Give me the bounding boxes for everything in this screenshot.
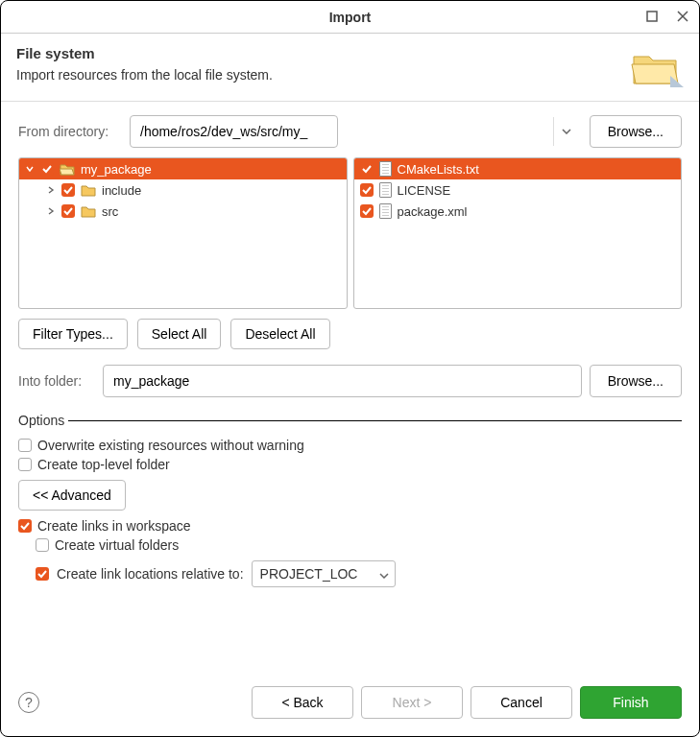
tree-root-item[interactable]: my_package xyxy=(19,158,347,179)
maximize-icon[interactable] xyxy=(643,8,661,25)
resource-panes: my_package include xyxy=(18,157,682,309)
tree-item-label: include xyxy=(102,183,141,198)
file-icon xyxy=(379,161,392,177)
checkbox-icon[interactable] xyxy=(36,538,49,552)
file-list-pane[interactable]: CMakeLists.txt LICENSE package.xml xyxy=(353,157,683,309)
advanced-toggle-button[interactable]: << Advanced xyxy=(18,480,126,511)
folder-tree-pane[interactable]: my_package include xyxy=(18,157,348,309)
options-group: Options Overwrite existing resources wit… xyxy=(18,413,682,589)
file-item-label: package.xml xyxy=(398,204,468,219)
checkbox-icon[interactable] xyxy=(18,439,32,452)
help-icon[interactable]: ? xyxy=(18,692,39,713)
selection-buttons: Filter Types... Select All Deselect All xyxy=(18,319,682,349)
folder-open-icon xyxy=(60,162,75,176)
file-icon xyxy=(379,182,392,198)
checkbox-icon[interactable] xyxy=(360,183,374,197)
file-item-label: CMakeLists.txt xyxy=(398,162,479,177)
options-legend: Options xyxy=(18,413,68,428)
deselect-all-button[interactable]: Deselect All xyxy=(230,319,329,349)
window-title: Import xyxy=(329,10,372,25)
checkbox-icon[interactable] xyxy=(18,458,32,471)
into-folder-label: Into folder: xyxy=(18,373,95,389)
window-controls xyxy=(643,8,691,25)
folder-icon xyxy=(81,183,96,197)
tree-item-label: my_package xyxy=(81,162,152,177)
option-label: Create top-level folder xyxy=(37,457,170,472)
checkbox-icon[interactable] xyxy=(360,162,374,176)
checkbox-icon[interactable] xyxy=(360,204,374,218)
wizard-body: From directory: Browse... xyxy=(1,102,699,673)
next-button: Next > xyxy=(361,686,463,719)
from-directory-label: From directory: xyxy=(18,124,122,139)
checkbox-icon[interactable] xyxy=(61,204,75,218)
import-window: Import File system Import resources from… xyxy=(0,0,700,737)
chevron-right-icon[interactable] xyxy=(46,185,56,195)
create-links-option[interactable]: Create links in workspace xyxy=(18,516,682,535)
into-folder-row: Into folder: Browse... xyxy=(18,365,682,397)
wizard-header: File system Import resources from the lo… xyxy=(1,34,699,102)
checkbox-icon[interactable] xyxy=(40,162,54,176)
checkbox-icon[interactable] xyxy=(18,519,32,533)
close-icon[interactable] xyxy=(674,8,691,25)
overwrite-option[interactable]: Overwrite existing resources without war… xyxy=(18,436,682,455)
create-virtual-option[interactable]: Create virtual folders xyxy=(18,535,682,555)
folder-illustration-icon xyxy=(630,45,684,87)
file-item-label: LICENSE xyxy=(398,183,451,198)
titlebar: Import xyxy=(1,1,699,34)
into-folder-input[interactable] xyxy=(103,365,582,397)
chevron-down-icon[interactable] xyxy=(25,164,35,174)
option-label: Create link locations relative to: xyxy=(57,566,244,582)
back-button[interactable]: < Back xyxy=(252,686,353,719)
finish-button[interactable]: Finish xyxy=(580,686,682,719)
file-list-item[interactable]: LICENSE xyxy=(354,179,682,201)
xml-file-icon xyxy=(379,203,392,219)
from-directory-input[interactable] xyxy=(130,115,338,148)
file-list-item[interactable]: CMakeLists.txt xyxy=(354,158,682,179)
browse-into-button[interactable]: Browse... xyxy=(590,365,682,397)
folder-icon xyxy=(81,204,96,218)
svg-rect-0 xyxy=(647,12,657,21)
chevron-down-icon[interactable] xyxy=(553,117,580,146)
link-relative-select[interactable]: PROJECT_LOC xyxy=(252,560,396,587)
filter-types-button[interactable]: Filter Types... xyxy=(18,319,128,349)
from-directory-combo[interactable] xyxy=(130,115,582,148)
select-value: PROJECT_LOC xyxy=(260,566,358,582)
chevron-down-icon xyxy=(379,566,389,582)
cancel-button[interactable]: Cancel xyxy=(471,686,572,719)
select-all-button[interactable]: Select All xyxy=(137,319,222,349)
wizard-footer: ? < Back Next > Cancel Finish xyxy=(1,673,699,736)
tree-item[interactable]: src xyxy=(19,201,347,222)
checkbox-icon[interactable] xyxy=(61,183,75,197)
checkbox-icon[interactable] xyxy=(36,567,49,581)
link-relative-option[interactable]: Create link locations relative to: PROJE… xyxy=(18,555,682,589)
tree-item[interactable]: include xyxy=(19,179,347,201)
browse-from-button[interactable]: Browse... xyxy=(590,115,682,148)
page-title: File system xyxy=(16,45,273,61)
option-label: Overwrite existing resources without war… xyxy=(37,438,304,453)
option-label: Create links in workspace xyxy=(37,518,191,534)
file-list-item[interactable]: package.xml xyxy=(354,201,682,222)
page-subtitle: Import resources from the local file sys… xyxy=(16,67,273,83)
option-label: Create virtual folders xyxy=(55,537,179,553)
chevron-right-icon[interactable] xyxy=(46,206,56,216)
tree-item-label: src xyxy=(102,204,118,219)
create-top-level-option[interactable]: Create top-level folder xyxy=(18,455,682,474)
from-directory-row: From directory: Browse... xyxy=(18,115,682,148)
